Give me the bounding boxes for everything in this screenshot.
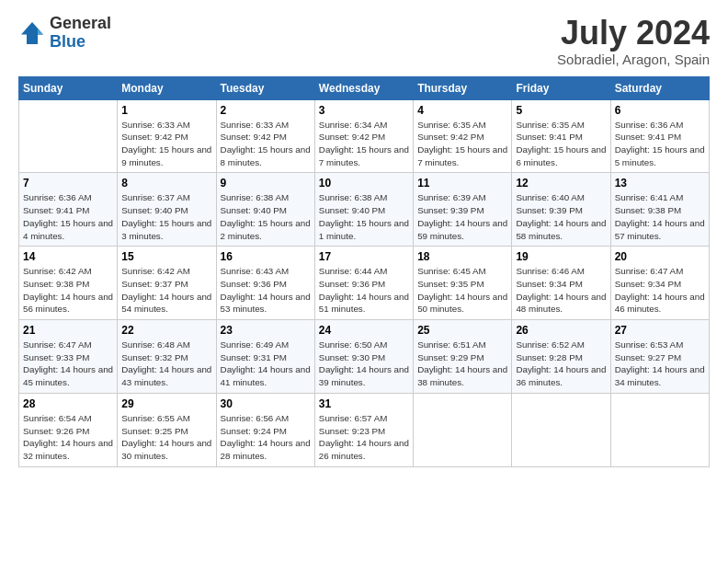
day-info: Sunrise: 6:52 AMSunset: 9:28 PMDaylight:… [516,339,606,389]
page: General Blue July 2024 Sobradiel, Aragon… [0,0,728,563]
day-cell: 18Sunrise: 6:45 AMSunset: 9:35 PMDayligh… [414,247,512,320]
header-day-saturday: Saturday [610,76,709,99]
day-info: Sunrise: 6:42 AMSunset: 9:37 PMDaylight:… [121,265,211,316]
logo-general-text: General [50,15,111,33]
day-info: Sunrise: 6:42 AMSunset: 9:38 PMDaylight:… [23,265,113,316]
day-info: Sunrise: 6:39 AMSunset: 9:39 PMDaylight:… [417,191,507,242]
day-info: Sunrise: 6:33 AMSunset: 9:42 PMDaylight:… [121,119,211,169]
day-cell: 10Sunrise: 6:38 AMSunset: 9:40 PMDayligh… [314,173,413,247]
day-cell: 13Sunrise: 6:41 AMSunset: 9:38 PMDayligh… [610,173,709,247]
logo-blue-text: Blue [50,33,111,52]
header-row: SundayMondayTuesdayWednesdayThursdayFrid… [19,76,710,99]
week-row-2: 14Sunrise: 6:42 AMSunset: 9:38 PMDayligh… [19,247,710,320]
day-info: Sunrise: 6:54 AMSunset: 9:26 PMDaylight:… [23,412,113,463]
day-cell: 25Sunrise: 6:51 AMSunset: 9:29 PMDayligh… [414,320,512,394]
logo-icon [18,19,46,47]
day-number: 7 [23,177,113,190]
day-number: 9 [221,177,311,190]
day-number: 4 [417,104,507,117]
day-info: Sunrise: 6:43 AMSunset: 9:36 PMDaylight:… [221,265,311,316]
day-cell: 6Sunrise: 6:36 AMSunset: 9:41 PMDaylight… [610,99,709,173]
day-cell: 5Sunrise: 6:35 AMSunset: 9:41 PMDaylight… [512,99,610,173]
day-number: 6 [615,104,705,117]
header-day-wednesday: Wednesday [314,76,413,99]
header: General Blue July 2024 Sobradiel, Aragon… [18,15,710,67]
day-number: 28 [23,397,113,410]
day-info: Sunrise: 6:33 AMSunset: 9:42 PMDaylight:… [221,119,311,169]
day-info: Sunrise: 6:38 AMSunset: 9:40 PMDaylight:… [221,191,311,242]
day-cell: 9Sunrise: 6:38 AMSunset: 9:40 PMDaylight… [216,173,314,247]
calendar-table: SundayMondayTuesdayWednesdayThursdayFrid… [18,76,710,467]
day-number: 20 [615,250,705,263]
header-day-friday: Friday [512,76,610,99]
day-cell: 15Sunrise: 6:42 AMSunset: 9:37 PMDayligh… [118,247,216,320]
day-number: 24 [319,324,409,337]
day-info: Sunrise: 6:34 AMSunset: 9:42 PMDaylight:… [319,119,409,169]
day-cell: 11Sunrise: 6:39 AMSunset: 9:39 PMDayligh… [414,173,512,247]
day-number: 14 [23,250,113,263]
day-number: 5 [516,104,606,117]
day-number: 13 [615,177,705,190]
logo: General Blue [18,15,111,52]
day-cell: 30Sunrise: 6:56 AMSunset: 9:24 PMDayligh… [216,393,314,466]
day-cell: 7Sunrise: 6:36 AMSunset: 9:41 PMDaylight… [19,173,118,247]
day-cell: 22Sunrise: 6:48 AMSunset: 9:32 PMDayligh… [118,320,216,394]
day-number: 12 [516,177,606,190]
week-row-1: 7Sunrise: 6:36 AMSunset: 9:41 PMDaylight… [19,173,710,247]
day-number: 26 [516,324,606,337]
day-info: Sunrise: 6:49 AMSunset: 9:31 PMDaylight:… [221,339,311,389]
day-number: 31 [319,397,409,410]
day-cell: 26Sunrise: 6:52 AMSunset: 9:28 PMDayligh… [512,320,610,394]
day-info: Sunrise: 6:38 AMSunset: 9:40 PMDaylight:… [319,191,409,242]
day-number: 18 [417,250,507,263]
day-cell: 20Sunrise: 6:47 AMSunset: 9:34 PMDayligh… [610,247,709,320]
day-cell: 14Sunrise: 6:42 AMSunset: 9:38 PMDayligh… [19,247,118,320]
day-info: Sunrise: 6:51 AMSunset: 9:29 PMDaylight:… [417,339,507,389]
week-row-3: 21Sunrise: 6:47 AMSunset: 9:33 PMDayligh… [19,320,710,394]
day-cell [610,393,709,466]
header-day-sunday: Sunday [19,76,118,99]
day-cell: 21Sunrise: 6:47 AMSunset: 9:33 PMDayligh… [19,320,118,394]
day-cell: 19Sunrise: 6:46 AMSunset: 9:34 PMDayligh… [512,247,610,320]
day-info: Sunrise: 6:56 AMSunset: 9:24 PMDaylight:… [221,412,311,463]
day-cell: 1Sunrise: 6:33 AMSunset: 9:42 PMDaylight… [118,99,216,173]
day-number: 21 [23,324,113,337]
day-number: 22 [121,324,211,337]
day-info: Sunrise: 6:40 AMSunset: 9:39 PMDaylight:… [516,191,606,242]
day-info: Sunrise: 6:57 AMSunset: 9:23 PMDaylight:… [319,412,409,463]
day-info: Sunrise: 6:47 AMSunset: 9:33 PMDaylight:… [23,339,113,389]
day-cell: 2Sunrise: 6:33 AMSunset: 9:42 PMDaylight… [216,99,314,173]
day-number: 25 [417,324,507,337]
location-title: Sobradiel, Aragon, Spain [557,52,710,67]
calendar-body: 1Sunrise: 6:33 AMSunset: 9:42 PMDaylight… [19,99,710,466]
day-info: Sunrise: 6:46 AMSunset: 9:34 PMDaylight:… [516,265,606,316]
day-cell: 29Sunrise: 6:55 AMSunset: 9:25 PMDayligh… [118,393,216,466]
day-number: 2 [221,104,311,117]
day-number: 10 [319,177,409,190]
day-number: 23 [221,324,311,337]
day-cell: 17Sunrise: 6:44 AMSunset: 9:36 PMDayligh… [314,247,413,320]
day-cell [512,393,610,466]
day-number: 29 [121,397,211,410]
header-day-thursday: Thursday [414,76,512,99]
day-number: 16 [221,250,311,263]
day-cell: 28Sunrise: 6:54 AMSunset: 9:26 PMDayligh… [19,393,118,466]
day-info: Sunrise: 6:41 AMSunset: 9:38 PMDaylight:… [615,191,705,242]
day-number: 8 [121,177,211,190]
week-row-4: 28Sunrise: 6:54 AMSunset: 9:26 PMDayligh… [19,393,710,466]
header-day-monday: Monday [118,76,216,99]
day-cell [414,393,512,466]
day-info: Sunrise: 6:44 AMSunset: 9:36 PMDaylight:… [319,265,409,316]
day-info: Sunrise: 6:36 AMSunset: 9:41 PMDaylight:… [23,191,113,242]
day-cell: 27Sunrise: 6:53 AMSunset: 9:27 PMDayligh… [610,320,709,394]
day-cell: 24Sunrise: 6:50 AMSunset: 9:30 PMDayligh… [314,320,413,394]
day-number: 3 [319,104,409,117]
day-info: Sunrise: 6:37 AMSunset: 9:40 PMDaylight:… [121,191,211,242]
day-info: Sunrise: 6:36 AMSunset: 9:41 PMDaylight:… [615,119,705,169]
day-number: 27 [615,324,705,337]
day-cell: 12Sunrise: 6:40 AMSunset: 9:39 PMDayligh… [512,173,610,247]
day-number: 11 [417,177,507,190]
day-number: 1 [121,104,211,117]
calendar-header: SundayMondayTuesdayWednesdayThursdayFrid… [19,76,710,99]
day-info: Sunrise: 6:45 AMSunset: 9:35 PMDaylight:… [417,265,507,316]
